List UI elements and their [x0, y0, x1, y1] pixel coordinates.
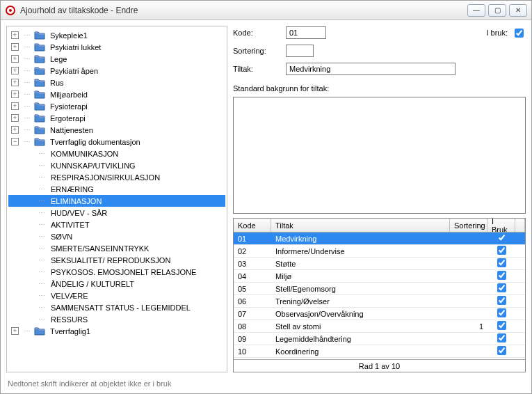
kode-input[interactable] [286, 26, 326, 39]
folder-icon [34, 113, 45, 123]
tree-item[interactable]: KUNNSKAP/UTVIKLING [8, 159, 225, 171]
table-row[interactable]: 01Medvirkning [234, 233, 525, 245]
grid-body[interactable]: 01Medvirkning02Informere/Undervise03Støt… [234, 233, 525, 359]
expand-icon[interactable]: + [11, 31, 19, 39]
sortering-input[interactable] [286, 45, 314, 57]
ibruk-row-checkbox[interactable] [497, 246, 506, 255]
ibruk-row-checkbox[interactable] [497, 283, 506, 292]
tree-item-label: ELIMINASJON [49, 196, 225, 206]
expand-icon[interactable]: + [11, 102, 19, 110]
tree-item[interactable]: +⋯Miljøarbeid [8, 88, 225, 100]
cell-ibruk [487, 270, 515, 282]
tree-connector [36, 268, 47, 276]
ibruk-row-checkbox[interactable] [497, 296, 506, 305]
cell-kode: 04 [234, 271, 271, 281]
tree-item[interactable]: PSYKOSOS. EMOSJONELT RELASJONE [8, 266, 225, 278]
expand-icon[interactable]: + [11, 79, 19, 86]
tree-item[interactable]: SØVN [8, 230, 225, 242]
expand-icon[interactable]: + [11, 327, 19, 335]
ibruk-row-checkbox[interactable] [497, 233, 506, 242]
tree-item[interactable]: ÅNDELIG / KULTURELT [8, 278, 225, 290]
table-row[interactable]: 05Stell/Egenomsorg [234, 283, 525, 295]
cell-ibruk [487, 258, 515, 269]
tree-item[interactable]: KOMMUNIKASJON [8, 148, 225, 159]
tree-item[interactable]: +⋯Tverrfaglig1 [8, 325, 225, 337]
tree-item[interactable]: +⋯Fysioterapi [8, 100, 225, 112]
ibruk-row-checkbox[interactable] [497, 271, 506, 280]
tree-item[interactable]: +⋯Nattjenesten [8, 124, 225, 136]
folder-icon [34, 78, 45, 88]
cell-kode: 02 [234, 246, 271, 256]
svg-point-1 [9, 9, 12, 12]
cell-kode: 09 [234, 334, 271, 344]
grid-header-tiltak[interactable]: Tiltak [271, 219, 450, 232]
tree-item[interactable]: ELIMINASJON [8, 195, 225, 207]
folder-icon [34, 102, 45, 111]
tree-item[interactable]: SAMMENSATT STATUS - LEGEMIDDEL [8, 301, 225, 313]
table-row[interactable]: 04Miljø [234, 270, 525, 283]
tree-panel[interactable]: +⋯Sykepleie1+⋯Psykiatri lukket+⋯Lege+⋯Ps… [6, 26, 227, 372]
standard-textarea[interactable] [233, 97, 526, 214]
expand-icon[interactable]: + [11, 126, 19, 134]
table-row[interactable]: 07Observasjon/Overvåkning [234, 308, 525, 320]
grid-status: Rad 1 av 10 [234, 359, 525, 372]
cell-ibruk [487, 245, 515, 257]
ibruk-row-checkbox[interactable] [497, 346, 506, 355]
ibruk-row-checkbox[interactable] [497, 308, 506, 317]
maximize-button[interactable]: ▢ [488, 4, 506, 17]
tree-item-label: HUD/VEV - SÅR [49, 208, 109, 218]
minimize-button[interactable]: — [467, 4, 485, 17]
grid-header-ibruk[interactable]: I Bruk [487, 219, 515, 232]
tree-item[interactable]: +⋯Lege [8, 53, 225, 65]
tiltak-label: Tiltak: [233, 65, 286, 73]
tree-item-label: RESPIRASJON/SIRKULASJON [49, 173, 162, 182]
expand-icon[interactable]: + [11, 90, 19, 98]
cell-sortering [450, 338, 487, 340]
grid-header-kode[interactable]: Kode [234, 219, 271, 232]
cell-sortering [450, 276, 487, 277]
expand-icon[interactable]: + [11, 43, 19, 51]
tiltak-input[interactable] [286, 63, 456, 75]
tree-item[interactable]: +⋯Psykiatri åpen [8, 65, 225, 77]
tree-item[interactable]: RESSURS [8, 313, 225, 325]
cell-tiltak: Observasjon/Overvåkning [271, 309, 450, 319]
table-row[interactable]: 08Stell av stomi1 [234, 320, 525, 333]
tree-item[interactable]: VELVÆRE [8, 290, 225, 301]
table-row[interactable]: 10Koordinering [234, 345, 525, 358]
table-row[interactable]: 06Trening/Øvelser [234, 295, 525, 308]
tree-item[interactable]: −⋯Tverrfaglig dokumentasjon [8, 136, 225, 148]
cell-sortering [450, 301, 487, 302]
table-row[interactable]: 03Støtte [234, 258, 525, 270]
tree-item-label: Ergoterapi [48, 113, 88, 123]
expand-icon[interactable]: + [11, 55, 19, 63]
footer-note: Nedtonet skrift indikerer at objektet ik… [1, 375, 531, 393]
tree-item[interactable]: HUD/VEV - SÅR [8, 207, 225, 219]
ibruk-row-checkbox[interactable] [497, 258, 506, 267]
grid-header-sortering[interactable]: Sortering [450, 219, 487, 232]
tree-item[interactable]: +⋯Sykepleie1 [8, 29, 225, 41]
tree-item[interactable]: AKTIVITET [8, 219, 225, 230]
tree-connector: ⋯ [22, 114, 33, 122]
cell-kode: 10 [234, 347, 271, 356]
tree-item[interactable]: RESPIRASJON/SIRKULASJON [8, 171, 225, 183]
tree-item[interactable]: ERNÆRING [8, 183, 225, 195]
tree-item[interactable]: +⋯Ergoterapi [8, 112, 225, 124]
ibruk-row-checkbox[interactable] [497, 321, 506, 330]
tree-connector: ⋯ [22, 138, 33, 145]
expand-icon[interactable]: + [11, 67, 19, 74]
tree-item[interactable]: SMERTE/SANSEINNTRYKK [8, 242, 225, 254]
ibruk-checkbox[interactable] [515, 29, 524, 38]
tree-item[interactable]: +⋯Rus [8, 77, 225, 88]
table-row[interactable]: 02Informere/Undervise [234, 245, 525, 258]
standard-label: Standard bakgrunn for tiltak: [233, 84, 526, 93]
close-button[interactable]: ✕ [509, 4, 527, 17]
expand-icon[interactable]: + [11, 114, 19, 122]
cell-tiltak: Medvirkning [271, 234, 450, 244]
tree-item-label: SAMMENSATT STATUS - LEGEMIDDEL [49, 303, 193, 313]
cell-ibruk [487, 233, 515, 244]
collapse-icon[interactable]: − [11, 138, 19, 145]
table-row[interactable]: 09Legemiddelhåndtering [234, 333, 525, 345]
ibruk-row-checkbox[interactable] [497, 333, 506, 342]
tree-item[interactable]: SEKSUALITET/ REPRODUKSJON [8, 254, 225, 266]
tree-item[interactable]: +⋯Psykiatri lukket [8, 41, 225, 53]
